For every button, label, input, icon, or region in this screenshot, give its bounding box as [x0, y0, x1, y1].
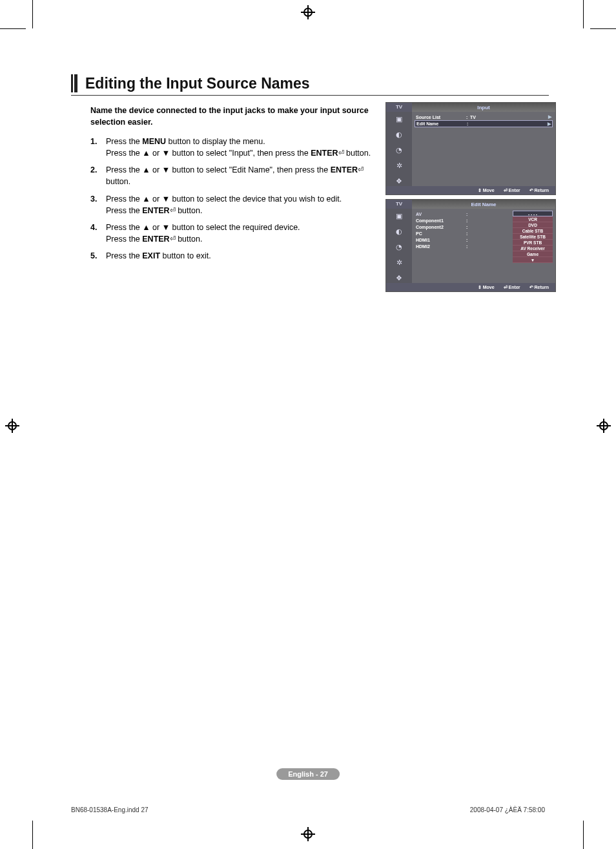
- osd-sidebar-icon: ▣: [394, 211, 404, 220]
- osd-option-item: - - - -: [513, 211, 553, 216]
- osd-sidebar-icon: ✲: [394, 258, 404, 267]
- step-text: Press the ▲ or ▼ button to select "Edit …: [106, 164, 375, 187]
- step-item: 5.Press the EXIT button to exit.: [90, 250, 375, 262]
- osd-edit-name-menu: TV Edit Name ▣◐◔✲❖ AV : Component1 : Com…: [385, 199, 556, 292]
- osd-main: Source List : TV ▶ Edit Name : ▶: [412, 112, 555, 186]
- registration-mark-icon: [598, 420, 610, 432]
- osd-row-label: AV: [415, 212, 466, 216]
- osd-row-label: Edit Name: [415, 121, 467, 126]
- osd-hint-move: ⇕ Move: [478, 285, 495, 290]
- osd-sidebar-icon: ▣: [394, 114, 404, 123]
- osd-row-label: Source List: [415, 115, 466, 120]
- crop-mark: [32, 0, 33, 28]
- step-number: 1.: [90, 136, 106, 159]
- chevron-right-icon: ▶: [546, 121, 552, 127]
- osd-option-item: Game: [513, 251, 553, 257]
- crop-mark: [583, 0, 584, 28]
- osd-sidebar-icon: ❖: [394, 176, 404, 185]
- osd-title: Input: [412, 105, 555, 110]
- crop-mark: [590, 28, 616, 29]
- osd-sidebar-icon: ✲: [394, 161, 404, 170]
- osd-row-label: Component1: [415, 218, 466, 223]
- step-item: 3.Press the ▲ or ▼ button to select the …: [90, 193, 375, 216]
- osd-option-item: VCR: [513, 216, 553, 222]
- intro-text: Name the device connected to the input j…: [90, 105, 375, 128]
- steps-list: 1.Press the MENU button to display the m…: [90, 136, 375, 262]
- osd-row-label: HDMI1: [415, 238, 466, 242]
- footer-timestamp: 2008-04-07 ¿ÀÈÄ 7:58:00: [470, 806, 545, 813]
- osd-sidebar-icon: ❖: [394, 273, 404, 282]
- osd-titlebar: TV Input: [386, 103, 555, 112]
- osd-option-item: Satellite STB: [513, 234, 553, 240]
- osd-row-colon: :: [467, 121, 471, 126]
- registration-mark-icon: [6, 420, 18, 432]
- heading-rule-thick: [74, 74, 77, 92]
- osd-hint-enter: ⏎ Enter: [504, 188, 520, 193]
- step-text: Press the ▲ or ▼ button to select the de…: [106, 193, 375, 216]
- osd-options-popup: - - - -VCRDVDCable STBSatellite STBPVR S…: [513, 211, 553, 263]
- osd-sidebar: ▣◐◔✲❖: [386, 209, 412, 283]
- osd-screenshots: TV Input ▣◐◔✲❖ Source List : TV ▶ Edit N…: [385, 102, 556, 296]
- step-item: 4.Press the ▲ or ▼ button to select the …: [90, 222, 375, 245]
- registration-mark-icon: [302, 6, 314, 18]
- osd-tv-label: TV: [386, 200, 412, 209]
- osd-bottom-bar: ⇕ Move ⏎ Enter ↶ Return: [386, 283, 555, 291]
- osd-tv-label: TV: [386, 103, 412, 112]
- osd-row-colon: :: [466, 225, 470, 229]
- osd-row-label: HDMI2: [415, 244, 466, 249]
- osd-row-colon: :: [466, 238, 470, 242]
- footer-filename: BN68-01538A-Eng.indd 27: [71, 806, 149, 813]
- osd-row-label: Component2: [415, 225, 466, 229]
- step-item: 2.Press the ▲ or ▼ button to select "Edi…: [90, 164, 375, 187]
- osd-hint-enter: ⏎ Enter: [504, 285, 520, 290]
- osd-sidebar-icon: ◐: [394, 130, 404, 139]
- chevron-right-icon: ▶: [546, 114, 553, 120]
- osd-sidebar-icon: ◔: [394, 242, 404, 251]
- osd-main: AV : Component1 : Component2 : PC : HDMI…: [412, 209, 555, 283]
- registration-mark-icon: [302, 828, 314, 840]
- chevron-down-icon: ▼: [513, 257, 553, 263]
- section-heading: Editing the Input Source Names: [85, 74, 310, 92]
- step-number: 5.: [90, 250, 106, 262]
- osd-option-item: AV Receiver: [513, 246, 553, 251]
- osd-option-item: PVR STB: [513, 240, 553, 246]
- step-text: Press the ▲ or ▼ button to select the re…: [106, 222, 375, 245]
- osd-body: ▣◐◔✲❖ Source List : TV ▶ Edit Name : ▶: [386, 112, 555, 186]
- osd-hint-move: ⇕ Move: [478, 188, 495, 193]
- osd-option-item: DVD: [513, 222, 553, 228]
- section-heading-wrap: Editing the Input Source Names: [71, 74, 549, 96]
- osd-option-item: Cable STB: [513, 228, 553, 234]
- page-number: English - 27: [276, 768, 340, 780]
- osd-menu-row: Edit Name : ▶: [415, 120, 553, 127]
- osd-row-label: PC: [415, 231, 466, 236]
- osd-row-colon: :: [466, 244, 470, 249]
- step-number: 4.: [90, 222, 106, 245]
- heading-rule-thin: [71, 74, 73, 92]
- step-item: 1.Press the MENU button to display the m…: [90, 136, 375, 159]
- crop-mark: [0, 28, 26, 29]
- osd-titlebar: TV Edit Name: [386, 200, 555, 209]
- osd-sidebar: ▣◐◔✲❖: [386, 112, 412, 186]
- step-number: 3.: [90, 193, 106, 216]
- osd-input-menu: TV Input ▣◐◔✲❖ Source List : TV ▶ Edit N…: [385, 102, 556, 195]
- step-number: 2.: [90, 164, 106, 187]
- osd-row-colon: :: [466, 212, 470, 216]
- osd-title: Edit Name: [412, 202, 555, 207]
- step-text: Press the EXIT button to exit.: [106, 250, 375, 262]
- osd-row-colon: :: [466, 218, 470, 223]
- step-text: Press the MENU button to display the men…: [106, 136, 375, 159]
- osd-body: ▣◐◔✲❖ AV : Component1 : Component2 : PC …: [386, 209, 555, 283]
- osd-sidebar-icon: ◔: [394, 145, 404, 154]
- osd-sidebar-icon: ◐: [394, 227, 404, 236]
- osd-hint-return: ↶ Return: [529, 285, 549, 290]
- osd-row-value: TV: [470, 115, 546, 120]
- osd-row-colon: :: [466, 231, 470, 236]
- osd-hint-return: ↶ Return: [529, 188, 549, 193]
- osd-menu-row: Source List : TV ▶: [415, 114, 553, 120]
- osd-bottom-bar: ⇕ Move ⏎ Enter ↶ Return: [386, 186, 555, 194]
